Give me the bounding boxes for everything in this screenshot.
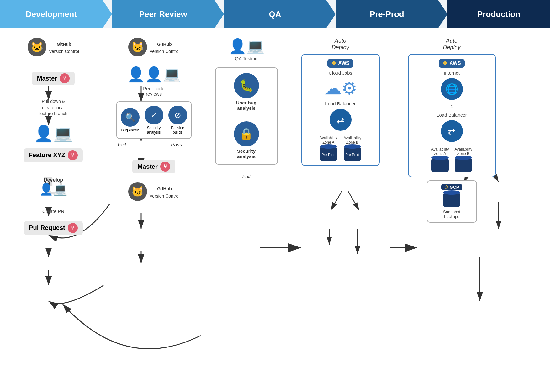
stage-production-label: Production — [477, 9, 520, 19]
user-bug-item: 🐛 User bug analysis — [234, 73, 259, 111]
fail-label-qa: Fail — [242, 174, 251, 180]
peer-github-label2: Version Control — [150, 49, 180, 54]
az-b-label: Availability Zone B — [344, 136, 361, 145]
github-icon-peer: 🐱 — [128, 38, 147, 56]
az-a-preprod: Availability Zone A Pre-Prod — [320, 136, 337, 161]
cloud-jobs-label: Cloud Jobs — [329, 70, 352, 76]
col-peerreview: 🐱 GitHub Version Control 👤👤💻 Peer code r… — [105, 34, 202, 386]
col-preprod: Auto Deploy ❖ AWS Cloud Jobs ☁⚙ Load Bal… — [290, 34, 390, 386]
col-development: 🐱 GitHub Version Control Master ⑂ Pull d… — [3, 34, 103, 386]
master-label-peer: Master — [137, 163, 157, 170]
review-icons: 🔍 Bug check ✓ Security analysis ⊘ Passin… — [121, 106, 187, 135]
az-a-label: Availability Zone A — [320, 136, 337, 145]
qa-testing-label: QA Testing — [235, 56, 257, 61]
security-icon-qa: 🔒 — [234, 121, 259, 146]
gcp-badge: ⬡ GCP — [441, 184, 462, 190]
lb-icon-prod: ⇄ — [441, 120, 463, 142]
db-b-preprod: Pre-Prod — [344, 147, 361, 161]
create-pr-label: Create PR — [42, 209, 64, 214]
feature-xyz-label: Feature XYZ — [29, 151, 66, 159]
gcp-hex-icon: ⬡ — [444, 185, 448, 190]
az-section-preprod: Availability Zone A Pre-Prod Availabilit… — [320, 136, 361, 161]
globe-icon: 🌐 — [441, 78, 463, 100]
az-b-preprod: Availability Zone B Pre-Prod — [344, 136, 361, 161]
aws-box-production: ❖ AWS Internet 🌐 ↕ Load Balancer ⇄ Avail… — [408, 54, 496, 177]
aws-badge-prod: ❖ AWS — [439, 59, 464, 68]
cloud-gears-icon: ☁⚙ — [324, 78, 357, 98]
bug-check-label: Bug check — [121, 128, 139, 132]
user-bug-label: User bug analysis — [236, 100, 256, 111]
passing-builds-label: Passing builds — [168, 126, 187, 135]
stage-qa-label: QA — [269, 9, 281, 19]
git-icon-master-peer: ⑂ — [160, 162, 170, 172]
master-label-dev: Master — [37, 75, 57, 82]
feature-xyz-badge: Feature XYZ ⑂ — [24, 148, 83, 162]
aws-gold-icon-prod: ❖ — [442, 60, 447, 67]
bug-check-item: 🔍 Bug check — [121, 108, 140, 132]
pull-request-label: Pul Request — [29, 224, 65, 231]
user-bug-icon: 🐛 — [234, 73, 259, 98]
lb-icon-preprod: ⇄ — [330, 109, 352, 131]
col-qa: 👤💻 QA Testing 🐛 User bug analysis 🔒 Secu… — [204, 34, 288, 386]
stage-peerreview: Peer Review — [112, 0, 214, 28]
github-icon-dev: 🐱 — [28, 38, 46, 56]
stage-production: Production — [447, 0, 550, 28]
auto-deploy-preprod: Auto Deploy — [331, 38, 349, 51]
pull-request-badge: Pul Request ⑂ — [24, 221, 83, 235]
aws-gold-icon: ❖ — [331, 60, 336, 67]
db-gcp — [443, 193, 460, 207]
security-analysis-label-qa: Security analysis — [237, 148, 256, 159]
security-analysis-item-qa: 🔒 Security analysis — [234, 121, 259, 159]
qa-box: 🐛 User bug analysis 🔒 Security analysis — [215, 67, 278, 165]
qa-person-icon: 👤💻 — [229, 38, 264, 55]
github-vc-peer-bottom: 🐱 GitHub Version Control — [128, 182, 180, 201]
stage-peerreview-label: Peer Review — [139, 9, 187, 19]
lb-label-prod: Load Balancer — [436, 112, 467, 118]
az-section-prod: Availability Zone A Availability Zone B — [431, 147, 472, 172]
security-label-peer: Security analysis — [145, 126, 163, 135]
develop-section: ↻ Develop 👤💻 — [34, 171, 72, 202]
preprod-label-b: Pre-Prod — [346, 153, 359, 156]
security-icon-peer: ✓ — [145, 106, 163, 124]
snapshot-label: Snapshot backups — [443, 209, 460, 219]
db-a-prod — [431, 158, 449, 172]
db-a-preprod: Pre-Prod — [320, 147, 337, 161]
az-b-label-prod: Availability Zone B — [455, 147, 472, 156]
master-badge-dev: Master ⑂ — [32, 72, 75, 85]
peer-persons-icon: 👤👤💻 — [127, 66, 181, 83]
internet-label: Internet — [444, 70, 460, 76]
github-vc-dev: 🐱 GitHub Version Control — [28, 38, 79, 56]
peer-bottom-label1: GitHub — [150, 186, 180, 192]
peer-github-label1: GitHub — [150, 41, 180, 47]
pipeline-header: Development Peer Review QA Pre-Prod Prod… — [0, 0, 550, 28]
bug-check-icon: 🔍 — [121, 108, 140, 127]
internet-arrows: ↕ — [450, 103, 453, 110]
passing-builds-item: ⊘ Passing builds — [168, 106, 187, 135]
lb-label-preprod: Load Balancer — [325, 101, 356, 106]
aws-badge-preprod: ❖ AWS — [327, 59, 353, 68]
pass-label-peer: Pass — [171, 142, 182, 148]
github-label2-dev: Version Control — [49, 49, 79, 54]
git-icon-master: ⑂ — [60, 73, 70, 83]
github-label1-dev: GitHub — [49, 41, 79, 47]
pull-down-text: Pull down & create local feature branch — [39, 98, 67, 117]
preprod-label-a: Pre-Prod — [321, 153, 335, 156]
col-production: Auto Deploy ❖ AWS Internet 🌐 ↕ Load Bala… — [392, 34, 511, 386]
developer-person: 👤💻 — [34, 124, 73, 143]
stage-preprod: Pre-Prod — [336, 0, 438, 28]
stage-preprod-label: Pre-Prod — [370, 9, 404, 19]
stage-qa: QA — [224, 0, 326, 28]
review-box: 🔍 Bug check ✓ Security analysis ⊘ Passin… — [116, 101, 192, 139]
master-badge-peer: Master ⑂ — [132, 160, 175, 173]
git-icon-feature: ⑂ — [68, 150, 78, 160]
develop-label: Develop — [44, 177, 63, 183]
security-analysis-item: ✓ Security analysis — [145, 106, 163, 135]
az-b-prod: Availability Zone B — [455, 147, 472, 172]
develop-person: 👤💻 — [39, 183, 67, 196]
stage-development-label: Development — [26, 9, 77, 19]
github-icon-peer-bottom: 🐱 — [128, 182, 147, 201]
az-a-label-prod: Availability Zone A — [431, 147, 449, 156]
auto-deploy-production: Auto Deploy — [443, 38, 460, 51]
stage-development: Development — [0, 0, 103, 28]
passing-builds-icon: ⊘ — [168, 106, 187, 124]
